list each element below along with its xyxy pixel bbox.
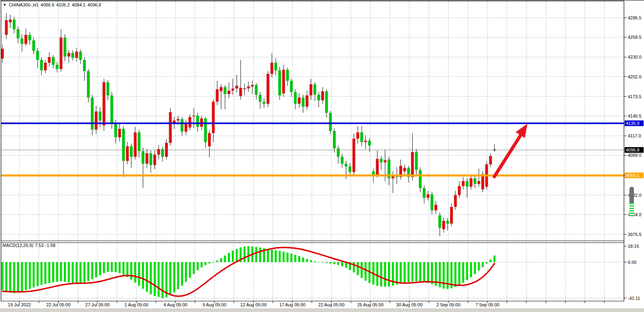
resistance-line[interactable] xyxy=(1,122,624,124)
candle xyxy=(314,84,316,95)
candle xyxy=(419,170,422,188)
scrollbar-thumb[interactable] xyxy=(629,187,634,217)
candle xyxy=(9,19,12,22)
macd-bar xyxy=(224,255,226,262)
time-axis-label: 30 Aug 05:00 xyxy=(396,302,423,307)
candle xyxy=(352,139,355,172)
price-axis-label: 4089.0 xyxy=(628,153,642,158)
candle xyxy=(458,186,461,195)
macd-bar xyxy=(454,262,456,287)
macd-name: MACD(12,26,9) xyxy=(2,243,33,248)
candle xyxy=(165,143,168,156)
macd-bar xyxy=(142,262,144,289)
scrollbar-stripes xyxy=(629,203,634,217)
candle xyxy=(149,153,152,165)
macd-bar xyxy=(427,262,429,283)
macd-bar xyxy=(29,262,31,289)
time-axis-label: 4 Aug 05:00 xyxy=(163,302,187,307)
candle xyxy=(24,35,27,44)
candle xyxy=(68,53,70,57)
candle xyxy=(40,60,43,70)
macd-bar xyxy=(306,259,308,262)
symbol-dropdown-icon[interactable]: ▼ xyxy=(3,3,6,7)
candle xyxy=(231,89,234,91)
candle xyxy=(364,141,367,142)
macd-bar xyxy=(21,262,23,292)
candle xyxy=(99,112,102,120)
macd-bar xyxy=(271,250,273,262)
macd-bar xyxy=(337,262,339,265)
candle xyxy=(470,178,472,187)
time-axis-label: 1 Aug 05:00 xyxy=(125,302,148,307)
candle xyxy=(138,133,140,152)
macd-bar xyxy=(333,262,335,264)
price-axis-label: 4145.5 xyxy=(628,114,642,118)
macd-bar xyxy=(255,247,257,262)
price-chart: 4286.54258.54230.04202.04173.54145.54117… xyxy=(0,0,644,312)
macd-bar xyxy=(181,262,183,286)
macd-bar xyxy=(201,262,203,268)
macd-bar xyxy=(150,262,152,295)
candle xyxy=(83,60,86,71)
price-axis-label: 4286.5 xyxy=(628,15,642,20)
candle xyxy=(321,91,324,100)
time-axis-label: 22 Aug 05:00 xyxy=(318,302,345,307)
candle xyxy=(192,116,195,116)
macd-bar xyxy=(478,262,480,271)
candle xyxy=(477,181,480,184)
macd-bar xyxy=(13,262,15,293)
macd-bar xyxy=(189,262,191,278)
candle xyxy=(130,146,133,157)
resistance-price-tag: 4135.0 xyxy=(625,120,644,126)
candle xyxy=(278,70,281,95)
candle xyxy=(376,159,379,175)
candle xyxy=(56,65,59,69)
candle xyxy=(317,95,320,100)
support-line[interactable] xyxy=(1,175,624,177)
macd-bar xyxy=(458,262,460,285)
macd-bar xyxy=(56,262,58,282)
time-axis-label: 12 Aug 05:00 xyxy=(240,302,267,307)
time-axis-label: 19 Jul 2022 xyxy=(8,302,31,307)
candle xyxy=(372,171,375,175)
price-axis-label: 4173.5 xyxy=(628,94,642,99)
candle xyxy=(403,168,406,171)
macd-bar xyxy=(482,262,484,268)
candles-series xyxy=(1,13,496,236)
candle xyxy=(216,89,218,102)
candle xyxy=(298,97,301,104)
candle xyxy=(309,84,312,96)
candle xyxy=(267,74,269,104)
trend-arrow-shaft[interactable] xyxy=(494,135,521,177)
candle xyxy=(106,82,109,95)
candle xyxy=(169,112,172,143)
macd-bar xyxy=(72,262,74,283)
macd-current-value: 7.53 xyxy=(35,243,43,248)
macd-bar xyxy=(326,262,328,263)
macd-bar xyxy=(197,262,199,271)
macd-bar xyxy=(279,251,281,262)
macd-bar xyxy=(9,262,11,293)
scrollbar-thumb-cap[interactable] xyxy=(629,187,634,203)
candle xyxy=(290,81,293,92)
candle xyxy=(423,188,426,198)
candle xyxy=(259,95,262,101)
candle xyxy=(91,97,94,129)
macd-bar xyxy=(126,262,128,277)
macd-bar xyxy=(267,249,269,262)
macd-axis-label: -41.11 xyxy=(628,296,640,301)
ohlc-low: 4094.1 xyxy=(72,2,86,7)
macd-bar xyxy=(404,262,406,283)
candle xyxy=(337,148,340,157)
macd-bar xyxy=(384,262,386,287)
candle xyxy=(36,51,39,60)
candle xyxy=(13,19,15,29)
macd-bar xyxy=(361,262,363,278)
candle xyxy=(439,215,441,228)
candle xyxy=(204,118,207,142)
macd-bar xyxy=(107,262,109,272)
candle xyxy=(415,152,418,170)
macd-bar xyxy=(17,262,19,293)
macd-bar xyxy=(64,262,66,282)
candle xyxy=(434,205,437,211)
